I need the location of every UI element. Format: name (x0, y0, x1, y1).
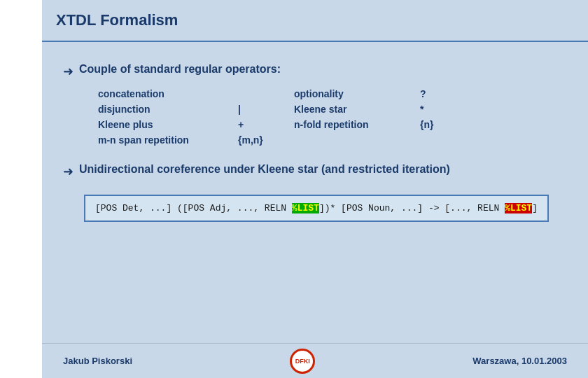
op-name-7: m-n span repetition (98, 134, 238, 146)
op-name-4: Kleene star (294, 103, 420, 115)
logo-text: DFKI (295, 358, 310, 365)
section1-label: Couple of standard regular operators: (79, 63, 281, 76)
section-operators: ➜ Couple of standard regular operators: … (63, 63, 567, 146)
code-part3: ] (532, 203, 538, 214)
op-sym-5: + (238, 118, 294, 131)
title-section: XTDL Formalism (42, 0, 588, 42)
op-sym-3: ? (420, 88, 462, 100)
op-name-5: Kleene plus (98, 118, 238, 131)
code-example: [POS Det, ...] ([POS Adj, ..., RELN %LIS… (84, 195, 549, 222)
left-bar (0, 0, 42, 378)
op-empty-2 (420, 134, 462, 146)
op-sym-4: * (420, 103, 462, 115)
arrow-icon-2: ➜ (63, 164, 74, 179)
section2-label: Unidirectional coreference under Kleene … (79, 163, 450, 176)
main-content: ➜ Couple of standard regular operators: … (42, 42, 588, 343)
section-coreference: ➜ Unidirectional coreference under Kleen… (63, 163, 567, 222)
code-highlight1: %LIST (292, 203, 319, 214)
footer: Jakub Piskorski DFKI Warszawa, 10.01.200… (42, 343, 588, 378)
op-sym-1 (238, 88, 294, 100)
op-name-2: disjunction (98, 103, 238, 115)
slide-title: XTDL Formalism (56, 11, 178, 29)
code-highlight2: %LIST (505, 203, 532, 214)
section2-header: ➜ Unidirectional coreference under Kleen… (63, 163, 567, 179)
arrow-icon-1: ➜ (63, 64, 74, 79)
slide: XTDL Formalism ➜ Couple of standard regu… (0, 0, 588, 378)
code-part1: [POS Det, ...] ([POS Adj, ..., RELN (95, 203, 292, 214)
operators-table: concatenation optionality ? disjunction … (98, 88, 567, 146)
dfki-logo: DFKI (290, 349, 315, 374)
code-part2: ])* [POS Noun, ...] -> [..., RELN (319, 203, 505, 214)
op-name-6: n-fold repetition (294, 118, 420, 131)
op-name-1: concatenation (98, 88, 238, 100)
footer-logo: DFKI (290, 349, 315, 374)
op-sym-2: | (238, 103, 294, 115)
op-name-3: optionality (294, 88, 420, 100)
op-sym-7: {m,n} (238, 134, 294, 146)
section1-header: ➜ Couple of standard regular operators: (63, 63, 567, 79)
op-empty-1 (294, 134, 420, 146)
op-sym-6: {n} (420, 118, 462, 131)
footer-author: Jakub Piskorski (63, 356, 132, 366)
footer-date: Warszawa, 10.01.2003 (472, 356, 567, 366)
